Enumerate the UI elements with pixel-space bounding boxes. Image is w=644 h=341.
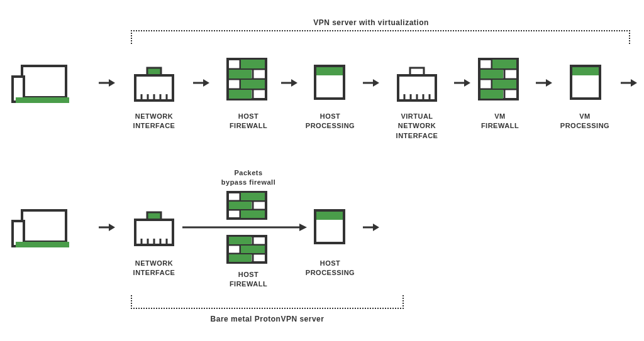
host-fw1-label: HOST FIREWALL [217, 112, 280, 131]
svg-marker-72 [299, 224, 307, 231]
firewall-bypass-icon [226, 191, 267, 266]
processing-icon [313, 64, 346, 103]
host-fw2-label: HOST FIREWALL [217, 270, 280, 290]
nic2-label: NETWORK INTERFACE [123, 259, 186, 278]
arrow-icon [97, 77, 116, 89]
svg-marker-54 [546, 79, 552, 87]
arrow-icon [362, 77, 380, 89]
svg-rect-51 [492, 80, 516, 89]
svg-marker-58 [631, 79, 637, 87]
svg-rect-92 [316, 212, 343, 220]
top-bracket [131, 30, 630, 44]
vm-proc-label: VM PROCESSING [553, 112, 616, 131]
arrow-icon [192, 77, 211, 89]
network-interface-icon [395, 63, 439, 106]
svg-marker-40 [464, 79, 470, 87]
svg-rect-23 [229, 70, 252, 78]
bypass-label: Packets bypass firewall [211, 168, 286, 188]
arrow-icon [280, 77, 299, 89]
network-interface-icon [132, 207, 176, 251]
svg-rect-59 [22, 210, 66, 242]
svg-rect-90 [229, 254, 252, 262]
svg-rect-29 [316, 67, 343, 75]
svg-rect-25 [229, 90, 252, 99]
arrow-icon [619, 77, 638, 89]
bottom-caption: Bare metal ProtonVPN server [195, 314, 340, 325]
firewall-icon [226, 58, 267, 103]
svg-rect-88 [229, 237, 252, 244]
vm-fw-label: VM FIREWALL [469, 112, 531, 131]
svg-rect-81 [241, 210, 265, 218]
arrow-icon [453, 77, 472, 89]
firewall-icon [478, 58, 519, 103]
host-proc1-label: HOST PROCESSING [299, 112, 362, 131]
svg-rect-0 [22, 66, 66, 97]
svg-marker-31 [373, 79, 379, 87]
svg-marker-94 [373, 224, 379, 231]
svg-marker-27 [291, 79, 297, 87]
svg-rect-22 [241, 60, 265, 68]
svg-rect-56 [572, 67, 599, 75]
svg-rect-50 [480, 70, 503, 78]
svg-rect-52 [480, 90, 503, 99]
svg-rect-89 [241, 246, 265, 253]
svg-marker-13 [203, 79, 209, 87]
diagram-canvas: VPN server with virtualization NETWORK I… [0, 0, 644, 341]
svg-rect-61 [16, 242, 69, 247]
bottom-bracket [131, 295, 404, 309]
svg-rect-24 [241, 80, 265, 89]
processing-icon [569, 64, 602, 103]
nic1-label: NETWORK INTERFACE [123, 112, 186, 131]
top-caption: VPN server with virtualization [289, 18, 453, 28]
svg-rect-2 [16, 97, 69, 103]
processing-icon [313, 208, 346, 247]
laptop-icon [9, 63, 72, 109]
arrow-icon [97, 221, 116, 234]
laptop-icon [9, 207, 72, 254]
svg-rect-79 [241, 193, 265, 200]
svg-rect-80 [229, 202, 252, 209]
arrow-icon [362, 221, 380, 234]
vnic-label: VIRTUAL NETWORK INTERFACE [386, 112, 448, 141]
svg-marker-4 [109, 79, 115, 87]
svg-marker-63 [109, 224, 115, 231]
arrow-icon [535, 77, 553, 89]
host-proc2-label: HOST PROCESSING [299, 259, 362, 278]
svg-rect-49 [492, 60, 516, 68]
network-interface-icon [132, 63, 176, 106]
